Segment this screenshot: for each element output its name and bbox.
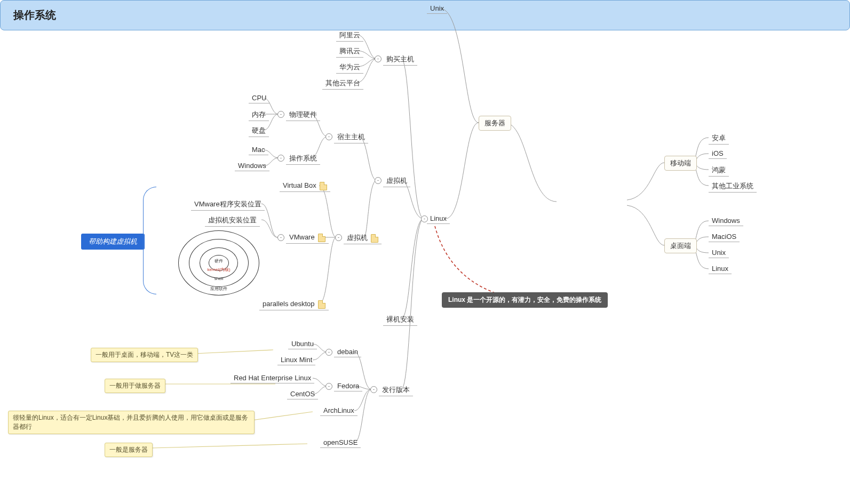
leaf-hw-2[interactable]: 硬盘 bbox=[249, 125, 269, 137]
tag-fedora: 一般用于做服务器 bbox=[105, 379, 165, 393]
node-dist[interactable]: 发行版本 bbox=[379, 384, 413, 396]
leaf-hw-0[interactable]: CPU bbox=[249, 93, 269, 103]
leaf-desktop-2[interactable]: Unix bbox=[709, 247, 729, 258]
node-vm[interactable]: 虚拟机 bbox=[383, 175, 410, 187]
toggle-icon[interactable]: - bbox=[375, 177, 382, 184]
vm-helper-label: 帮助构建虚拟机 bbox=[81, 234, 145, 250]
leaf-buy-0[interactable]: 阿里云 bbox=[336, 29, 363, 42]
mindmap-canvas: 操作系统 移动端 安卓 iOS 鸿蒙 其他工业系统 桌面端 Windows Ma… bbox=[0, 0, 850, 504]
leaf-mobile-2[interactable]: 鸿蒙 bbox=[709, 164, 729, 177]
node-desktop[interactable]: 桌面端 bbox=[664, 238, 697, 253]
linux-description-callout: Linux 是一个开源的，有潜力，安全，免费的操作系统 bbox=[442, 292, 608, 308]
toggle-icon[interactable]: - bbox=[375, 55, 382, 62]
leaf-vmware-0[interactable]: VMware程序安装位置 bbox=[191, 198, 265, 211]
leaf-linux[interactable]: Linux bbox=[427, 213, 450, 224]
leaf-buy-1[interactable]: 腾讯云 bbox=[336, 45, 363, 58]
leaf-virtualbox[interactable]: Virtual Box bbox=[280, 180, 330, 192]
note-icon bbox=[371, 234, 378, 243]
node-host[interactable]: 宿主主机 bbox=[334, 131, 368, 143]
toggle-icon[interactable]: - bbox=[421, 215, 428, 222]
leaf-hostos-1[interactable]: Windows bbox=[235, 161, 269, 171]
leaf-debian-1[interactable]: Linux Mint bbox=[277, 355, 315, 365]
leaf-desktop-1[interactable]: MaciOS bbox=[709, 231, 740, 242]
toggle-icon[interactable]: - bbox=[277, 155, 284, 162]
toggle-icon[interactable]: - bbox=[277, 234, 284, 241]
leaf-mobile-3[interactable]: 其他工业系统 bbox=[709, 180, 757, 193]
toggle-icon[interactable]: - bbox=[335, 234, 342, 241]
node-server[interactable]: 服务器 bbox=[479, 116, 511, 131]
tag-debian: 一般用于桌面，移动端，TV这一类 bbox=[91, 348, 198, 362]
node-debian[interactable]: debain bbox=[334, 347, 361, 357]
leaf-hostos-0[interactable]: Mac bbox=[249, 145, 268, 155]
leaf-fedora-1[interactable]: CentOS bbox=[287, 389, 318, 399]
tag-arch: 很轻量的Linux，适合有一定Linux基础，并且爱折腾的人使用，用它做桌面或是… bbox=[8, 411, 255, 434]
leaf-desktop-0[interactable]: Windows bbox=[709, 215, 743, 226]
leaf-mobile-0[interactable]: 安卓 bbox=[709, 132, 729, 145]
root-node[interactable]: 操作系统 bbox=[0, 0, 850, 30]
node-vmware[interactable]: VMware bbox=[286, 232, 329, 244]
note-icon bbox=[318, 300, 325, 309]
node-hostos[interactable]: 操作系统 bbox=[286, 153, 320, 165]
brace-icon bbox=[143, 187, 156, 294]
node-fedora[interactable]: Fedora bbox=[334, 381, 362, 391]
node-mobile[interactable]: 移动端 bbox=[664, 156, 697, 171]
leaf-buy-2[interactable]: 华为云 bbox=[336, 61, 363, 74]
node-vmware-label: VMware bbox=[289, 233, 315, 241]
leaf-buy-3[interactable]: 其他云平台 bbox=[322, 77, 363, 90]
node-hw[interactable]: 物理硬件 bbox=[286, 109, 320, 121]
toggle-icon[interactable]: - bbox=[325, 133, 332, 140]
node-vms[interactable]: 虚拟机 bbox=[344, 232, 382, 244]
tag-suse: 一般是服务器 bbox=[105, 443, 153, 457]
leaf-mobile-1[interactable]: iOS bbox=[709, 148, 727, 159]
leaf-vmware-1[interactable]: 虚拟机安装位置 bbox=[205, 214, 260, 227]
leaf-virtualbox-label: Virtual Box bbox=[283, 181, 316, 189]
leaf-fedora-0[interactable]: Red Hat Enterprise Linux bbox=[231, 373, 314, 383]
leaf-bare[interactable]: 裸机安装 bbox=[383, 314, 417, 326]
leaf-parallels-label: parallels desktop bbox=[263, 300, 315, 308]
leaf-parallels[interactable]: parallels desktop bbox=[259, 299, 329, 310]
note-icon bbox=[318, 234, 325, 242]
toggle-icon[interactable]: - bbox=[277, 111, 284, 118]
leaf-unix[interactable]: Unix bbox=[427, 3, 447, 14]
node-vms-label: 虚拟机 bbox=[347, 234, 368, 242]
note-icon bbox=[320, 182, 327, 190]
leaf-debian-0[interactable]: Ubuntu bbox=[288, 339, 317, 349]
leaf-suse[interactable]: openSUSE bbox=[320, 437, 361, 448]
node-buy[interactable]: 购买主机 bbox=[383, 53, 417, 66]
toggle-icon[interactable]: - bbox=[325, 383, 332, 390]
toggle-icon[interactable]: - bbox=[370, 386, 377, 393]
leaf-arch[interactable]: ArchLinux bbox=[320, 405, 358, 416]
leaf-hw-1[interactable]: 内存 bbox=[249, 109, 269, 121]
toggle-icon[interactable]: - bbox=[325, 349, 332, 356]
leaf-desktop-3[interactable]: Linux bbox=[709, 263, 732, 274]
